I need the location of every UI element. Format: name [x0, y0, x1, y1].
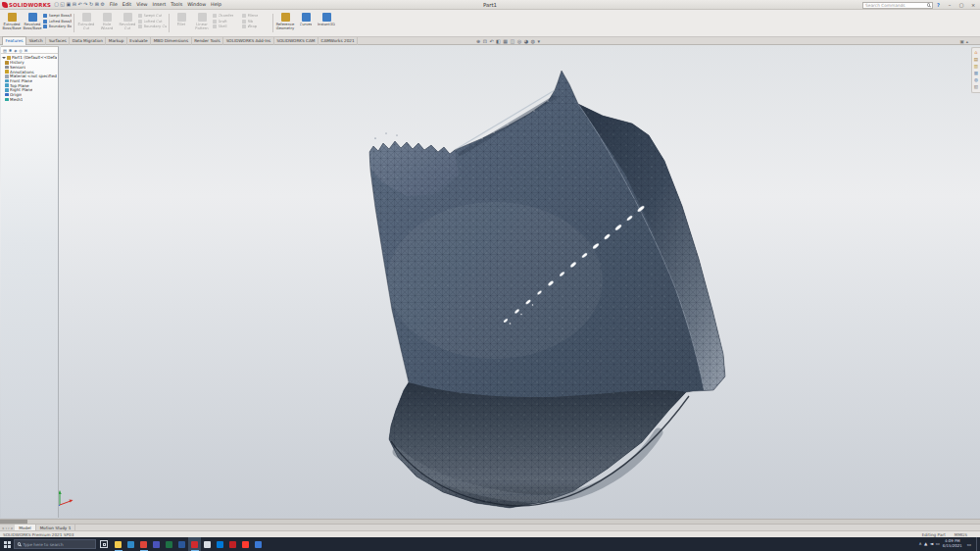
taskbar-app-solidworks[interactable] — [188, 537, 201, 551]
taskbar-app-file-explorer[interactable] — [112, 537, 124, 551]
status-units[interactable]: MMGS — [955, 532, 967, 537]
mesh-model[interactable] — [0, 45, 980, 519]
reference-geometry-button[interactable]: Reference Geometry — [275, 11, 295, 35]
display-style-icon[interactable]: ◫ — [511, 37, 515, 45]
menu-insert[interactable]: Insert — [151, 0, 169, 9]
swept-cut-button[interactable]: Swept Cut — [138, 14, 167, 18]
task-pane-custom-properties-icon[interactable]: ▧ — [974, 84, 978, 90]
taskbar-search[interactable] — [14, 539, 96, 549]
lofted-boss-base-button[interactable]: Lofted Boss/Base — [43, 20, 72, 24]
shell-button[interactable]: Shell — [213, 25, 241, 28]
open-file-icon[interactable]: ◱ — [60, 0, 65, 9]
taskbar-clock[interactable]: 4:09 PM 6/15/2021 — [943, 539, 962, 549]
revolved-boss-base-button[interactable]: Revolved Boss/Base — [23, 11, 42, 35]
tab-sketch[interactable]: Sketch — [26, 37, 46, 45]
minimize-button[interactable]: – — [944, 0, 956, 10]
action-center-icon[interactable]: ▭ — [967, 542, 971, 547]
lofted-cut-button[interactable]: Lofted Cut — [138, 20, 167, 24]
dimxpertmanager-tab-icon[interactable]: ◎ — [19, 47, 23, 54]
tab-camworks-2021[interactable]: CAMWorks 2021 — [318, 37, 358, 45]
taskbar-app-notepad[interactable] — [201, 537, 214, 551]
tab-surfaces[interactable]: Surfaces — [46, 37, 70, 45]
taskbar-app-vscode[interactable] — [214, 537, 226, 551]
zoom-to-fit-icon[interactable]: ⊕ — [476, 37, 480, 45]
propertymanager-tab-icon[interactable]: ✱ — [9, 47, 12, 54]
solidworks-logo[interactable]: SOLIDWORKS — [2, 2, 51, 8]
rebuild-icon[interactable]: ↻ — [89, 0, 93, 9]
instant3d-button[interactable]: Instant3D — [317, 11, 336, 35]
close-button[interactable]: × — [967, 0, 979, 10]
taskbar-app-acrobat[interactable] — [226, 537, 239, 551]
command-search-input[interactable] — [865, 3, 925, 8]
tree-root[interactable]: Part1 (Default<<Default>_Display State 1… — [1, 54, 58, 60]
task-pane-file-explorer-icon[interactable]: ▥ — [974, 64, 978, 70]
menu-window[interactable]: Window — [185, 0, 208, 9]
rib-button[interactable]: Rib — [242, 20, 270, 24]
file-properties-icon[interactable]: ⊞ — [95, 0, 99, 9]
edit-appearance-icon[interactable]: ◕ — [524, 37, 528, 45]
tab-evaluate[interactable]: Evaluate — [127, 37, 151, 45]
section-view-icon[interactable]: ◧ — [496, 37, 501, 45]
tab-solidworks-cam[interactable]: SOLIDWORKS CAM — [274, 37, 318, 45]
hidden-icons-chevron[interactable]: ∧ — [918, 537, 921, 551]
swept-boss-base-button[interactable]: Swept Boss/Base — [43, 14, 72, 18]
previous-view-icon[interactable]: ↶ — [489, 37, 493, 45]
task-pane-appearances-icon[interactable]: ◍ — [974, 77, 978, 83]
configurationmanager-tab-icon[interactable]: ◈ — [14, 47, 17, 54]
expand-arrow-icon[interactable] — [2, 57, 6, 59]
taskbar-search-input[interactable] — [23, 542, 92, 547]
task-pane-resources-icon[interactable]: ⌂ — [975, 50, 978, 56]
apply-scene-icon[interactable]: ◍ — [531, 37, 535, 45]
zoom-to-area-icon[interactable]: ⊡ — [483, 37, 487, 45]
show-desktop-button[interactable] — [976, 537, 979, 551]
tab-markup[interactable]: Markup — [106, 37, 127, 45]
boundary-boss-base-button[interactable]: Boundary Boss/Base — [43, 25, 72, 28]
menu-help[interactable]: Help — [209, 0, 223, 9]
menu-file[interactable]: File — [108, 0, 120, 9]
boundary-cut-button[interactable]: Boundary Cut — [138, 25, 167, 28]
command-search[interactable] — [862, 2, 933, 9]
fillet-button[interactable]: Fillet — [172, 11, 191, 35]
help-icon[interactable]: ? — [935, 2, 942, 8]
taskbar-app-chrome[interactable] — [137, 537, 150, 551]
ribbon-options-icon[interactable]: ▣ — [959, 39, 963, 44]
volume-icon[interactable]: ◄ — [930, 537, 933, 551]
tree-item-mesh1[interactable]: Mesh1 — [5, 97, 57, 102]
linear-pattern-button[interactable]: Linear Pattern — [192, 11, 212, 35]
chamfer-button[interactable]: Chamfer — [213, 14, 241, 18]
redo-icon[interactable]: ↷ — [83, 0, 87, 9]
undo-icon[interactable]: ↶ — [78, 0, 82, 9]
task-view-button[interactable] — [100, 540, 108, 548]
options-icon[interactable]: ⚙ — [100, 0, 104, 9]
extruded-cut-button[interactable]: Extruded Cut — [76, 11, 96, 35]
tab-data-migration[interactable]: Data Migration — [70, 37, 106, 45]
menu-tools[interactable]: Tools — [169, 0, 184, 9]
ribbon-collapse-icon[interactable]: ▴ — [966, 39, 968, 44]
taskbar-app-paint3d[interactable] — [252, 537, 265, 551]
start-button[interactable] — [0, 537, 14, 551]
displaymanager-tab-icon[interactable]: ⊞ — [24, 47, 27, 54]
menu-edit[interactable]: Edit — [121, 0, 133, 9]
taskbar-app-excel[interactable] — [163, 537, 175, 551]
featuremanager-tab-icon[interactable]: ▤ — [3, 47, 7, 54]
view-settings-icon[interactable]: ▾ — [537, 37, 540, 45]
menu-view[interactable]: View — [134, 0, 149, 9]
new-file-icon[interactable]: ▢ — [54, 0, 59, 9]
save-icon[interactable]: ▣ — [67, 0, 72, 9]
taskbar-app-teams[interactable] — [150, 537, 163, 551]
network-icon[interactable]: ▲ — [924, 537, 927, 551]
tab-features[interactable]: Features — [2, 36, 26, 45]
taskbar-app-edge[interactable] — [124, 537, 137, 551]
wrap-button[interactable]: Wrap — [242, 25, 270, 28]
revolved-cut-button[interactable]: Revolved Cut — [118, 11, 137, 35]
maximize-button[interactable]: ▢ — [956, 0, 967, 10]
hole-wizard-button[interactable]: Hole Wizard — [97, 11, 117, 35]
extruded-boss-base-button[interactable]: Extruded Boss/Base — [2, 11, 22, 35]
tab-render-tools[interactable]: Render Tools — [192, 37, 224, 45]
task-pane-view-palette-icon[interactable]: ▦ — [974, 71, 978, 76]
taskbar-app-opera[interactable] — [239, 537, 252, 551]
battery-icon[interactable]: ▭ — [936, 537, 940, 551]
task-pane-design-library-icon[interactable]: ▤ — [974, 57, 978, 63]
draft-button[interactable]: Draft — [213, 20, 241, 24]
mirror-button[interactable]: Mirror — [242, 14, 270, 18]
